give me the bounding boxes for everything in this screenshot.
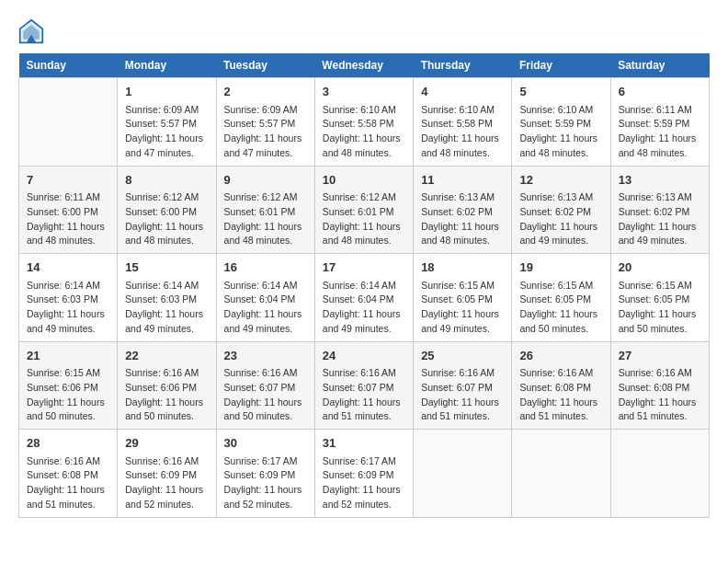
day-info: Sunrise: 6:16 AMSunset: 6:08 PMDaylight:… — [27, 454, 109, 512]
day-info: Sunrise: 6:17 AMSunset: 6:09 PMDaylight:… — [224, 454, 307, 512]
day-number: 28 — [27, 434, 109, 453]
calendar-cell: 27Sunrise: 6:16 AMSunset: 6:08 PMDayligh… — [610, 341, 709, 430]
day-number: 17 — [323, 259, 405, 277]
day-number: 14 — [27, 259, 109, 277]
day-info: Sunrise: 6:16 AMSunset: 6:07 PMDaylight:… — [421, 366, 504, 424]
day-number: 9 — [224, 171, 307, 190]
logo-icon — [18, 18, 44, 44]
day-number: 20 — [619, 259, 701, 277]
day-info: Sunrise: 6:12 AMSunset: 6:01 PMDaylight:… — [224, 190, 307, 248]
day-number: 25 — [421, 347, 504, 365]
column-header-monday: Monday — [118, 53, 216, 78]
calendar-cell: 19Sunrise: 6:15 AMSunset: 6:05 PMDayligh… — [512, 254, 610, 342]
column-header-saturday: Saturday — [610, 53, 709, 78]
day-number: 4 — [421, 83, 504, 101]
day-number: 1 — [125, 83, 208, 101]
day-number: 13 — [619, 171, 701, 190]
calendar-cell — [610, 430, 709, 518]
day-number: 8 — [125, 171, 208, 190]
day-info: Sunrise: 6:14 AMSunset: 6:03 PMDaylight:… — [125, 279, 208, 337]
calendar-cell: 4Sunrise: 6:10 AMSunset: 5:58 PMDaylight… — [414, 78, 512, 167]
calendar-cell: 18Sunrise: 6:15 AMSunset: 6:05 PMDayligh… — [414, 254, 512, 342]
calendar-cell: 9Sunrise: 6:12 AMSunset: 6:01 PMDaylight… — [216, 166, 314, 254]
day-info: Sunrise: 6:16 AMSunset: 6:08 PMDaylight:… — [519, 366, 602, 424]
day-number: 6 — [619, 83, 701, 101]
day-number: 21 — [27, 347, 109, 365]
calendar-cell: 21Sunrise: 6:15 AMSunset: 6:06 PMDayligh… — [19, 341, 118, 430]
day-number: 11 — [421, 171, 504, 190]
week-row: 7Sunrise: 6:11 AMSunset: 6:00 PMDaylight… — [19, 166, 710, 254]
calendar-cell — [512, 430, 610, 518]
calendar-cell: 16Sunrise: 6:14 AMSunset: 6:04 PMDayligh… — [216, 254, 314, 342]
day-info: Sunrise: 6:16 AMSunset: 6:06 PMDaylight:… — [125, 366, 208, 424]
day-number: 22 — [125, 347, 208, 365]
calendar-cell — [414, 430, 512, 518]
day-number: 16 — [224, 259, 307, 277]
day-info: Sunrise: 6:10 AMSunset: 5:58 PMDaylight:… — [421, 103, 504, 161]
logo — [18, 18, 48, 44]
calendar-cell: 26Sunrise: 6:16 AMSunset: 6:08 PMDayligh… — [512, 341, 610, 430]
calendar-cell: 3Sunrise: 6:10 AMSunset: 5:58 PMDaylight… — [314, 78, 413, 167]
day-info: Sunrise: 6:13 AMSunset: 6:02 PMDaylight:… — [421, 190, 504, 248]
day-info: Sunrise: 6:11 AMSunset: 5:59 PMDaylight:… — [619, 103, 701, 161]
calendar-table: SundayMondayTuesdayWednesdayThursdayFrid… — [18, 53, 710, 518]
week-row: 14Sunrise: 6:14 AMSunset: 6:03 PMDayligh… — [19, 254, 710, 342]
day-info: Sunrise: 6:15 AMSunset: 6:05 PMDaylight:… — [421, 279, 504, 337]
column-header-thursday: Thursday — [414, 53, 512, 78]
calendar-cell — [19, 78, 118, 167]
day-number: 3 — [323, 83, 405, 101]
week-row: 1Sunrise: 6:09 AMSunset: 5:57 PMDaylight… — [19, 78, 710, 167]
day-info: Sunrise: 6:13 AMSunset: 6:02 PMDaylight:… — [619, 190, 701, 248]
day-info: Sunrise: 6:16 AMSunset: 6:07 PMDaylight:… — [323, 366, 405, 424]
calendar-cell: 28Sunrise: 6:16 AMSunset: 6:08 PMDayligh… — [19, 430, 118, 518]
column-header-tuesday: Tuesday — [216, 53, 314, 78]
column-header-friday: Friday — [512, 53, 610, 78]
day-info: Sunrise: 6:09 AMSunset: 5:57 PMDaylight:… — [224, 103, 307, 161]
calendar-cell: 20Sunrise: 6:15 AMSunset: 6:05 PMDayligh… — [610, 254, 709, 342]
column-header-wednesday: Wednesday — [314, 53, 413, 78]
day-info: Sunrise: 6:11 AMSunset: 6:00 PMDaylight:… — [27, 190, 109, 248]
week-row: 28Sunrise: 6:16 AMSunset: 6:08 PMDayligh… — [19, 430, 710, 518]
column-headers: SundayMondayTuesdayWednesdayThursdayFrid… — [19, 53, 710, 78]
calendar-cell: 6Sunrise: 6:11 AMSunset: 5:59 PMDaylight… — [610, 78, 709, 167]
day-info: Sunrise: 6:13 AMSunset: 6:02 PMDaylight:… — [519, 190, 602, 248]
day-number: 5 — [519, 83, 602, 101]
calendar-cell: 12Sunrise: 6:13 AMSunset: 6:02 PMDayligh… — [512, 166, 610, 254]
day-info: Sunrise: 6:14 AMSunset: 6:04 PMDaylight:… — [224, 279, 307, 337]
day-info: Sunrise: 6:09 AMSunset: 5:57 PMDaylight:… — [125, 103, 208, 161]
day-number: 24 — [323, 347, 405, 365]
day-number: 12 — [519, 171, 602, 190]
day-info: Sunrise: 6:16 AMSunset: 6:09 PMDaylight:… — [125, 454, 208, 512]
calendar-cell: 10Sunrise: 6:12 AMSunset: 6:01 PMDayligh… — [314, 166, 413, 254]
day-number: 31 — [323, 434, 405, 453]
day-number: 23 — [224, 347, 307, 365]
day-info: Sunrise: 6:17 AMSunset: 6:09 PMDaylight:… — [323, 454, 405, 512]
calendar-cell: 8Sunrise: 6:12 AMSunset: 6:00 PMDaylight… — [118, 166, 216, 254]
calendar-cell: 11Sunrise: 6:13 AMSunset: 6:02 PMDayligh… — [414, 166, 512, 254]
day-info: Sunrise: 6:12 AMSunset: 6:00 PMDaylight:… — [125, 190, 208, 248]
calendar-cell: 31Sunrise: 6:17 AMSunset: 6:09 PMDayligh… — [314, 430, 413, 518]
day-info: Sunrise: 6:15 AMSunset: 6:06 PMDaylight:… — [27, 366, 109, 424]
day-number: 19 — [519, 259, 602, 277]
day-info: Sunrise: 6:16 AMSunset: 6:07 PMDaylight:… — [224, 366, 307, 424]
day-info: Sunrise: 6:15 AMSunset: 6:05 PMDaylight:… — [619, 279, 701, 337]
day-info: Sunrise: 6:16 AMSunset: 6:08 PMDaylight:… — [619, 366, 701, 424]
calendar-cell: 7Sunrise: 6:11 AMSunset: 6:00 PMDaylight… — [19, 166, 118, 254]
day-number: 10 — [323, 171, 405, 190]
day-info: Sunrise: 6:10 AMSunset: 5:58 PMDaylight:… — [323, 103, 405, 161]
day-number: 30 — [224, 434, 307, 453]
day-number: 27 — [619, 347, 701, 365]
day-info: Sunrise: 6:12 AMSunset: 6:01 PMDaylight:… — [323, 190, 405, 248]
day-info: Sunrise: 6:14 AMSunset: 6:03 PMDaylight:… — [27, 279, 109, 337]
calendar-cell: 1Sunrise: 6:09 AMSunset: 5:57 PMDaylight… — [118, 78, 216, 167]
calendar-cell: 22Sunrise: 6:16 AMSunset: 6:06 PMDayligh… — [118, 341, 216, 430]
day-number: 18 — [421, 259, 504, 277]
day-info: Sunrise: 6:14 AMSunset: 6:04 PMDaylight:… — [323, 279, 405, 337]
calendar-cell: 30Sunrise: 6:17 AMSunset: 6:09 PMDayligh… — [216, 430, 314, 518]
day-number: 2 — [224, 83, 307, 101]
calendar-cell: 5Sunrise: 6:10 AMSunset: 5:59 PMDaylight… — [512, 78, 610, 167]
day-info: Sunrise: 6:10 AMSunset: 5:59 PMDaylight:… — [519, 103, 602, 161]
page-header — [18, 18, 710, 44]
calendar-cell: 23Sunrise: 6:16 AMSunset: 6:07 PMDayligh… — [216, 341, 314, 430]
calendar-cell: 24Sunrise: 6:16 AMSunset: 6:07 PMDayligh… — [314, 341, 413, 430]
